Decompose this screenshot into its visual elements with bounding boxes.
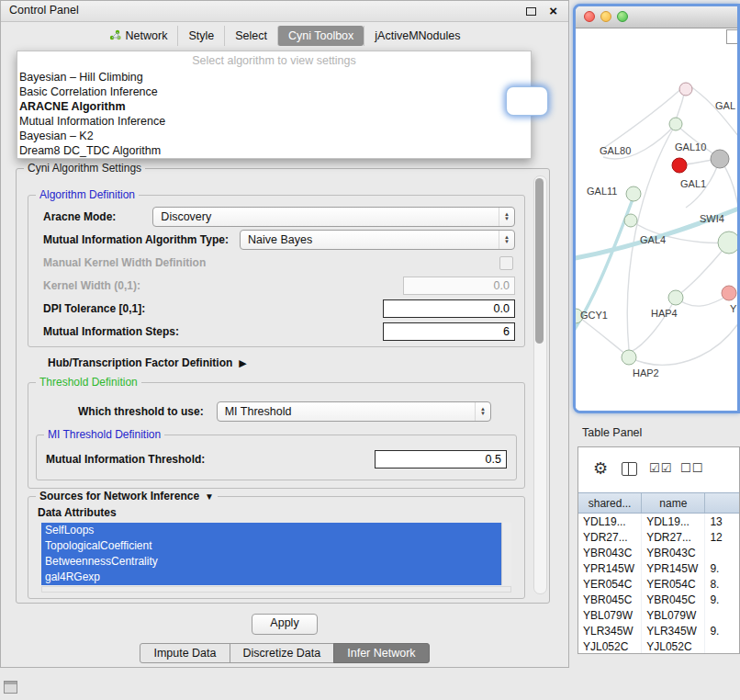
column-header[interactable] (705, 493, 739, 513)
dropdown-item-selected[interactable]: ARACNE Algorithm (17, 99, 531, 114)
dropdown-item[interactable]: Bayesian – Hill Climbing (17, 70, 531, 85)
node-pink[interactable] (679, 83, 692, 96)
node-green[interactable] (718, 231, 737, 254)
table-row[interactable]: YPR145WYPR145W9. (578, 560, 739, 576)
dropdown-item[interactable]: Bayesian – K2 (17, 129, 531, 143)
algorithm-definition-group: Algorithm Definition Aracne Mode: Discov… (28, 195, 525, 347)
node-label: GCY1 (580, 310, 608, 321)
node-label: SWI4 (700, 213, 724, 224)
node-label: GAL1 (680, 178, 706, 189)
tab-jactivemnodules[interactable]: jActiveMNodules (364, 26, 470, 46)
settings-group-title: Cyni Algorithm Settings (24, 162, 145, 175)
cyni-algorithm-settings-group: Cyni Algorithm Settings Algorithm Defini… (16, 168, 550, 604)
data-attributes-list: SelfLoops TopologicalCoefficient Between… (41, 523, 511, 585)
manual-kernel-width-checkbox[interactable] (499, 256, 513, 270)
tab-network[interactable]: Network (99, 26, 178, 47)
tab-label: jActiveMNodules (375, 29, 460, 42)
network-canvas[interactable]: GAL GAL80 GAL10 GAL11 GAL1 SWI4 GAL4 GCY… (576, 28, 737, 412)
deselect-all-checkboxes-icon[interactable]: ☐☐ (680, 461, 703, 475)
bottom-tabbar: Impute Data Discretize Data Infer Networ… (1, 643, 568, 663)
tab-label: Cyni Toolbox (288, 29, 353, 42)
settings-scrollbar-thumb[interactable] (535, 178, 544, 344)
mi-threshold-definition-title: MI Threshold Definition (44, 428, 164, 441)
data-attributes-label: Data Attributes (38, 506, 524, 519)
aracne-mode-value: Discovery (161, 210, 499, 223)
control-panel-titlebar: Control Panel × (1, 1, 568, 22)
table-row[interactable]: YJL052CYJL052C (578, 638, 739, 654)
table-row[interactable]: YLR345WYLR345W9. (578, 623, 739, 638)
node-gray[interactable] (711, 150, 729, 168)
network-window-titlebar (576, 6, 737, 28)
list-item[interactable]: BetweennessCentrality (41, 554, 501, 570)
which-threshold-combobox[interactable]: MI Threshold ▲▼ (217, 401, 491, 422)
node-label: HAP4 (651, 308, 678, 319)
apply-button[interactable]: Apply (252, 614, 318, 635)
select-all-checkboxes-icon[interactable]: ☑☑ (649, 461, 672, 475)
mi-algorithm-type-combobox[interactable]: Naive Bayes ▲▼ (240, 230, 515, 250)
mi-algorithm-type-value: Naive Bayes (248, 233, 499, 246)
mi-threshold-input[interactable] (375, 450, 507, 469)
table-row[interactable]: YBR045CYBR045C9. (578, 592, 739, 607)
list-item[interactable]: SelfLoops (41, 523, 501, 538)
table-row[interactable]: YBR043CYBR043C (578, 545, 739, 560)
aracne-mode-combobox[interactable]: Discovery ▲▼ (152, 207, 515, 227)
network-tab-icon (109, 29, 121, 43)
settings-scrollbar[interactable] (533, 175, 547, 594)
dpi-tolerance-input[interactable] (383, 299, 515, 318)
table-row[interactable]: YBL079WYBL079W (578, 607, 739, 623)
close-window-icon[interactable]: × (549, 2, 557, 20)
node-label: GAL11 (587, 186, 617, 197)
list-item[interactable]: TopologicalCoefficient (41, 538, 501, 554)
column-header[interactable]: shared... (578, 493, 642, 513)
tab-label: Style (188, 29, 214, 42)
node-green[interactable] (624, 214, 637, 227)
tab-select[interactable]: Select (224, 26, 277, 46)
node-green[interactable] (622, 350, 636, 365)
node-green[interactable] (669, 118, 682, 130)
dropdown-item[interactable]: Basic Correlation Inference (17, 85, 531, 99)
algorithm-combobox-focus-fragment[interactable] (507, 87, 547, 115)
list-horizontal-scrollbar[interactable] (41, 586, 511, 593)
node-green[interactable] (668, 290, 683, 305)
tab-style[interactable]: Style (177, 26, 224, 46)
sources-group: Sources for Network Inference ▼ Data Att… (28, 496, 525, 599)
float-window-icon[interactable] (526, 7, 536, 16)
list-vertical-scrollbar[interactable] (501, 523, 511, 585)
sources-group-toggle[interactable]: Sources for Network Inference ▼ (36, 490, 218, 502)
column-header[interactable]: name (642, 493, 705, 513)
node-label: GAL10 (675, 141, 706, 152)
dpi-tolerance-label: DPI Tolerance [0,1]: (43, 302, 145, 315)
gear-icon[interactable]: ⚙ (593, 458, 608, 479)
mac-zoom-button[interactable] (617, 11, 628, 22)
hub-transcription-section-toggle[interactable]: Hub/Transcription Factor Definition ▶ (48, 356, 247, 369)
node-salmon[interactable] (722, 286, 736, 300)
table-header-row: shared... name (578, 492, 739, 514)
combo-arrows-icon: ▲▼ (499, 231, 514, 249)
table-row[interactable]: YER054CYER054C8. (578, 576, 739, 592)
dropdown-item[interactable]: Mutual Information Inference (17, 114, 531, 129)
list-item[interactable]: gal4RGexp (41, 570, 501, 585)
node-label: GAL4 (640, 234, 666, 245)
mi-threshold-label: Mutual Information Threshold: (46, 453, 205, 466)
node-red[interactable] (672, 158, 687, 173)
node-label: GAL80 (600, 145, 631, 156)
mi-steps-input[interactable] (383, 322, 515, 341)
tab-infer-network[interactable]: Infer Network (333, 643, 429, 663)
tab-discretize-data[interactable]: Discretize Data (230, 643, 335, 663)
dropdown-placeholder: Select algorithm to view settings (17, 54, 531, 70)
dropdown-item[interactable]: Dream8 DC_TDC Algorithm (17, 143, 531, 158)
tab-impute-data[interactable]: Impute Data (140, 643, 230, 663)
threshold-definition-title: Threshold Definition (36, 376, 141, 389)
table-panel-title: Table Panel (582, 426, 642, 439)
mac-close-button[interactable] (584, 11, 595, 22)
kernel-width-input[interactable] (403, 277, 515, 295)
columns-icon[interactable] (622, 462, 637, 476)
table-row[interactable]: YDR27...YDR27...12 (578, 529, 739, 545)
restore-panel-icon[interactable] (4, 681, 17, 694)
tab-cyni-toolbox[interactable]: Cyni Toolbox (277, 26, 364, 46)
birdseye-box[interactable] (726, 29, 737, 44)
table-panel-window: ⚙ ☑☑ ☐☐ shared... name YDL19...YDL19...1… (577, 446, 740, 654)
node-green[interactable] (626, 186, 641, 201)
mac-minimize-button[interactable] (600, 11, 611, 22)
table-row[interactable]: YDL19...YDL19...13 (578, 514, 739, 529)
